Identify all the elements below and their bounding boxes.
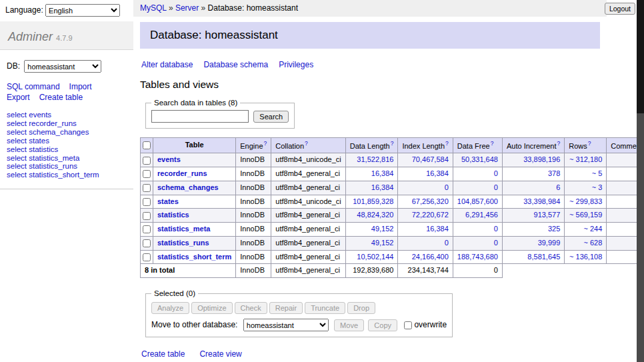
drop-button[interactable]: Drop: [347, 302, 375, 314]
logout-button[interactable]: Logout: [605, 3, 635, 15]
engine-cell: InnoDB: [236, 181, 271, 195]
overwrite-checkbox[interactable]: [404, 321, 412, 329]
breadcrumb-separator: »: [199, 3, 207, 13]
table-name-link[interactable]: statistics_meta: [157, 225, 211, 233]
nav-link-database-schema[interactable]: Database schema: [203, 60, 268, 69]
index-length-cell: 67,256,320: [398, 195, 453, 209]
sidebar-link-select-recorder-runs[interactable]: select recorder_runs: [7, 119, 127, 128]
breadcrumb-item-server[interactable]: Server: [175, 3, 199, 13]
truncate-button[interactable]: Truncate: [305, 302, 345, 314]
language-select[interactable]: English: [45, 4, 120, 17]
rows-cell: ~ 3: [565, 181, 607, 195]
rows-count-link[interactable]: ~ 569,159: [569, 211, 602, 219]
move-button[interactable]: Move: [334, 319, 364, 331]
rows-count-link[interactable]: ~ 628: [583, 239, 602, 247]
table-name-link[interactable]: statistics: [157, 211, 189, 219]
table-name-cell: statistics_meta: [153, 223, 236, 237]
table-name-link[interactable]: recorder_runs: [157, 169, 207, 177]
copy-button[interactable]: Copy: [368, 319, 397, 331]
help-icon[interactable]: ?: [491, 140, 494, 147]
table-name-cell: statistics: [153, 209, 236, 223]
row-checkbox[interactable]: [143, 184, 151, 192]
move-db-select[interactable]: homeassistant: [243, 319, 329, 331]
db-nav-links: Alter databaseDatabase schemaPrivileges: [141, 60, 637, 69]
row-checkbox[interactable]: [143, 198, 151, 206]
sidebar-link-select-states[interactable]: select states: [7, 137, 127, 145]
rows-count-link[interactable]: ~ 312,180: [569, 155, 602, 163]
column-header-label: Rows: [569, 142, 587, 150]
check-button[interactable]: Check: [235, 302, 267, 314]
table-name-cell: states: [153, 195, 236, 209]
help-icon[interactable]: ?: [391, 140, 394, 147]
sidebar-action-create-table[interactable]: Create table: [39, 93, 83, 102]
data-free-cell: 188,743,680: [453, 250, 502, 264]
collation-cell: utf8mb4_general_ci: [271, 236, 345, 250]
footer-link-create-view[interactable]: Create view: [199, 349, 241, 359]
breadcrumb-item-mysql[interactable]: MySQL: [140, 3, 167, 13]
table-name-link[interactable]: events: [157, 155, 181, 163]
search-button[interactable]: Search: [253, 111, 289, 123]
engine-cell: InnoDB: [236, 236, 271, 250]
search-input[interactable]: [151, 110, 249, 123]
collation-cell: utf8mb4_unicode_ci: [271, 153, 345, 167]
column-header-label: Data Free: [457, 142, 490, 150]
sidebar-action-sql-command[interactable]: SQL command: [7, 82, 60, 91]
footer-link-create-table[interactable]: Create table: [141, 349, 185, 359]
nav-link-privileges[interactable]: Privileges: [279, 60, 313, 69]
sidebar-link-select-statistics[interactable]: select statistics: [7, 145, 127, 154]
rows-count-link[interactable]: ~ 244: [583, 225, 602, 233]
optimize-button[interactable]: Optimize: [191, 302, 232, 314]
rows-count-link[interactable]: ~ 5: [592, 169, 603, 177]
repair-button[interactable]: Repair: [269, 302, 303, 314]
data-length-cell: 49,152: [345, 223, 398, 237]
row-checkbox[interactable]: [143, 170, 151, 178]
table-name-link[interactable]: states: [157, 197, 179, 205]
row-checkbox[interactable]: [143, 157, 151, 165]
analyze-button[interactable]: Analyze: [151, 302, 189, 314]
help-icon[interactable]: ?: [305, 140, 308, 147]
db-select[interactable]: homeassistant: [24, 60, 101, 73]
collation-cell: utf8mb4_unicode_ci: [271, 195, 345, 209]
overwrite-control[interactable]: overwrite: [404, 320, 447, 329]
data-length-cell: 48,824,320: [345, 209, 398, 223]
db-selector-row: DB: homeassistant: [0, 50, 133, 77]
row-checkbox[interactable]: [143, 239, 151, 247]
rows-count-link[interactable]: ~ 3: [592, 183, 603, 191]
sidebar-action-export[interactable]: Export: [7, 93, 30, 102]
data-free-cell: 0: [453, 223, 502, 237]
data-length-cell: 10,502,144: [345, 250, 398, 264]
sidebar-link-select-statistics-meta[interactable]: select statistics_meta: [7, 154, 127, 163]
table-name-link[interactable]: statistics_short_term: [157, 253, 231, 261]
data-free-cell: 0: [453, 167, 502, 181]
data-free-cell: 104,857,600: [453, 195, 502, 209]
breadcrumb-item-database-homeassistant: Database: homeassistant: [208, 3, 298, 13]
sidebar-link-select-events[interactable]: select events: [7, 111, 127, 119]
sidebar-link-select-statistics-short-term[interactable]: select statistics_short_term: [7, 171, 127, 179]
row-checkbox[interactable]: [143, 253, 151, 261]
help-icon[interactable]: ?: [588, 140, 591, 147]
total-data-free-cell: 0: [453, 264, 502, 278]
sidebar-link-select-statistics-runs[interactable]: select statistics_runs: [7, 162, 127, 171]
select-all-checkbox[interactable]: [143, 141, 151, 149]
engine-cell: InnoDB: [236, 153, 271, 167]
vertical-scrollbar[interactable]: [637, 0, 644, 362]
sidebar-link-select-schema-changes[interactable]: select schema_changes: [7, 128, 127, 137]
scrollbar-thumb[interactable]: [637, 0, 644, 113]
help-icon[interactable]: ?: [557, 140, 561, 147]
engine-cell: InnoDB: [236, 223, 271, 237]
rows-count-link[interactable]: ~ 136,108: [569, 253, 602, 261]
table-name-link[interactable]: schema_changes: [157, 183, 219, 191]
total-data-length-cell: 192,839,680: [345, 264, 398, 278]
row-checkbox[interactable]: [143, 225, 151, 233]
row-checkbox[interactable]: [143, 212, 151, 220]
rows-count-link[interactable]: ~ 299,833: [569, 197, 602, 205]
search-fieldset: Search data in tables (8) Search: [145, 99, 295, 129]
help-icon[interactable]: ?: [264, 140, 267, 147]
table-name-link[interactable]: statistics_runs: [157, 239, 209, 247]
sidebar-action-import[interactable]: Import: [69, 82, 92, 91]
auto-increment-cell: 33,398,984: [502, 195, 564, 209]
collation-cell: utf8mb4_general_ci: [271, 167, 345, 181]
help-icon[interactable]: ?: [445, 140, 449, 147]
sidebar-actions: SQL commandImportExportCreate table: [0, 77, 133, 104]
nav-link-alter-database[interactable]: Alter database: [141, 60, 193, 69]
